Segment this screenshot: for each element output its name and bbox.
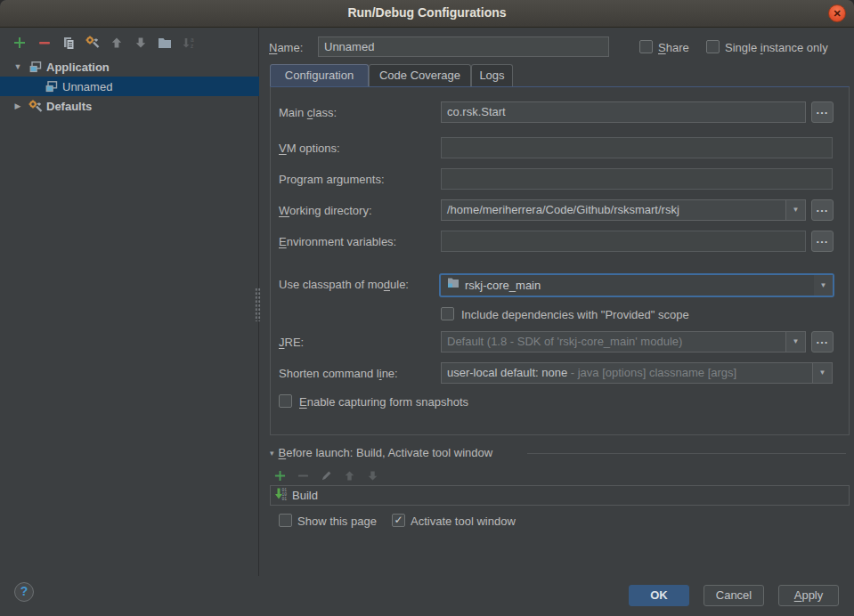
jre-browse-button[interactable]: ... xyxy=(811,331,834,353)
before-launch-remove-icon[interactable] xyxy=(296,468,310,482)
jre-label: JRE: xyxy=(279,336,304,349)
svg-text:a: a xyxy=(191,36,194,43)
application-type-icon xyxy=(28,60,43,74)
cancel-button[interactable]: Cancel xyxy=(704,585,764,606)
tree-label-defaults: Defaults xyxy=(46,100,92,113)
tree-node-defaults[interactable]: ▶ Defaults xyxy=(0,96,259,116)
tree-expanded-icon[interactable]: ▼ xyxy=(12,62,23,71)
program-arguments-input[interactable] xyxy=(441,168,833,190)
working-directory-label: Working directory: xyxy=(279,204,372,217)
svg-text:z: z xyxy=(191,43,193,49)
collapse-icon[interactable]: ▾ xyxy=(270,449,274,458)
show-this-page-label: Show this page xyxy=(297,515,377,528)
before-launch-add-icon[interactable] xyxy=(272,468,287,482)
apply-button[interactable]: Apply xyxy=(778,585,839,606)
move-down-icon[interactable] xyxy=(133,35,149,51)
copy-configuration-icon[interactable] xyxy=(61,35,77,51)
shorten-command-line-combobox[interactable]: user-local default: none - java [options… xyxy=(441,362,833,384)
sort-configurations-icon[interactable]: az xyxy=(181,35,197,51)
window-title: Run/Debug Configurations xyxy=(0,0,854,26)
remove-configuration-icon[interactable] xyxy=(37,35,53,51)
before-launch-item-build[interactable]: Build xyxy=(292,489,318,502)
help-icon[interactable]: ? xyxy=(14,582,34,602)
use-classpath-label: Use classpath of module: xyxy=(279,278,409,291)
splitter-handle[interactable] xyxy=(255,288,261,321)
single-instance-checkbox[interactable] xyxy=(706,40,720,53)
tab-code-coverage[interactable]: Code Coverage xyxy=(369,64,471,87)
vm-options-row: VM options: xyxy=(279,137,834,160)
environment-variables-browse-button[interactable]: ... xyxy=(811,231,834,252)
include-provided-checkbox[interactable] xyxy=(441,307,454,320)
dropdown-arrow-icon[interactable]: ▼ xyxy=(814,275,833,296)
working-directory-row: Working directory: /home/meriherrera/Cod… xyxy=(279,199,834,223)
module-icon xyxy=(446,275,460,296)
show-this-page-checkbox[interactable] xyxy=(279,514,292,527)
run-debug-configurations-dialog: Run/Debug Configurations ✕ az ▼ Applicat… xyxy=(0,0,854,616)
edit-defaults-icon[interactable] xyxy=(85,35,101,51)
include-provided-label: Include dependencies with "Provided" sco… xyxy=(461,308,689,321)
name-label: Name: xyxy=(269,41,303,54)
program-arguments-row: Program arguments: xyxy=(279,168,834,191)
close-icon[interactable]: ✕ xyxy=(828,4,846,22)
vm-options-label: VM options: xyxy=(279,142,340,155)
tree-label-unnamed: Unnamed xyxy=(62,80,112,93)
main-class-label: Main class: xyxy=(279,106,337,119)
name-input[interactable]: Unnamed xyxy=(318,36,609,57)
tree-node-application[interactable]: ▼ Application xyxy=(0,57,259,77)
before-launch-header[interactable]: ▾ Before launch: Build, Activate tool wi… xyxy=(270,446,492,459)
environment-variables-row: Environment variables: ... xyxy=(279,231,834,254)
main-class-browse-button[interactable]: ... xyxy=(811,101,834,123)
include-provided-row: Include dependencies with "Provided" sco… xyxy=(279,306,834,329)
environment-variables-input[interactable] xyxy=(441,231,806,252)
capture-snapshots-row: Enable capturing form snapshots xyxy=(279,393,834,417)
capture-snapshots-label: Enable capturing form snapshots xyxy=(299,395,468,409)
working-directory-browse-button[interactable]: ... xyxy=(811,199,834,221)
tree-collapsed-icon[interactable]: ▶ xyxy=(12,101,23,110)
working-directory-combobox[interactable]: /home/meriherrera/Code/Github/rsksmart/r… xyxy=(441,199,806,221)
before-launch-edit-icon[interactable] xyxy=(319,468,333,482)
activate-tool-window-checkbox[interactable]: ✓ xyxy=(392,514,405,527)
activate-tool-window-label: Activate tool window xyxy=(411,515,516,528)
dropdown-arrow-icon[interactable]: ▼ xyxy=(785,332,805,352)
tree-label-application: Application xyxy=(46,61,110,74)
jre-combobox[interactable]: Default (1.8 - SDK of 'rskj-core_main' m… xyxy=(441,331,806,353)
before-launch-move-down-icon[interactable] xyxy=(365,468,379,482)
folder-group-icon[interactable] xyxy=(157,35,173,51)
dropdown-arrow-icon[interactable]: ▼ xyxy=(812,363,832,383)
vm-options-input[interactable] xyxy=(441,137,833,158)
svg-text:01: 01 xyxy=(282,497,288,501)
tab-configuration[interactable]: Configuration xyxy=(270,64,369,87)
build-step-icon: 011001 xyxy=(273,487,288,504)
single-instance-label: Single instance only xyxy=(725,41,828,54)
capture-snapshots-checkbox[interactable] xyxy=(279,394,292,408)
before-launch-title: Before launch: Build, Activate tool wind… xyxy=(279,446,493,459)
share-label: Share xyxy=(658,41,689,54)
move-up-icon[interactable] xyxy=(109,35,125,51)
defaults-settings-icon xyxy=(28,99,43,113)
before-launch-move-up-icon[interactable] xyxy=(342,468,356,482)
use-classpath-row: Use classpath of module: rskj-core_main … xyxy=(279,273,834,296)
application-type-icon xyxy=(45,79,59,93)
shorten-command-line-row: Shorten command line: user-local default… xyxy=(279,362,834,385)
main-class-row: Main class: co.rsk.Start ... xyxy=(279,101,834,125)
add-configuration-icon[interactable] xyxy=(12,35,28,51)
share-checkbox[interactable] xyxy=(639,40,653,53)
use-classpath-combobox[interactable]: rskj-core_main ▼ xyxy=(439,273,834,297)
before-launch-list: 011001 Build xyxy=(270,485,850,506)
titlebar[interactable]: Run/Debug Configurations ✕ xyxy=(0,0,854,28)
tree-node-unnamed[interactable]: Unnamed xyxy=(0,77,259,96)
shorten-command-line-label: Shorten command line: xyxy=(279,367,398,380)
before-launch-divider xyxy=(527,453,846,454)
dropdown-arrow-icon[interactable]: ▼ xyxy=(785,200,805,220)
program-arguments-label: Program arguments: xyxy=(279,173,385,186)
jre-row: JRE: Default (1.8 - SDK of 'rskj-core_ma… xyxy=(279,331,834,354)
environment-variables-label: Environment variables: xyxy=(279,235,396,248)
ok-button[interactable]: OK xyxy=(629,585,689,606)
tab-logs[interactable]: Logs xyxy=(471,64,513,87)
main-class-input[interactable]: co.rsk.Start xyxy=(441,101,806,123)
